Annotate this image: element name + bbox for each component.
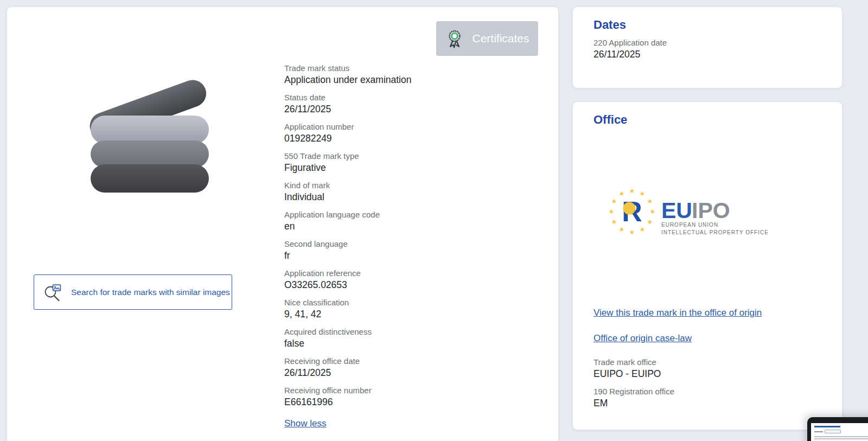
field-label: Acquired distinctiveness	[284, 327, 539, 337]
field-label: Trade mark status	[284, 63, 539, 74]
svg-text:IPO: IPO	[692, 198, 730, 223]
preview-language-row	[814, 430, 868, 433]
svg-text:★: ★	[647, 218, 653, 226]
field-value: false	[284, 337, 539, 350]
preview-title-bar	[814, 426, 840, 427]
field-acquired-distinctiveness: Acquired distinctiveness false	[284, 327, 539, 350]
field-application-number: Application number 019282249	[284, 122, 539, 145]
field-value: 019282249	[284, 132, 539, 145]
field-label: Second language	[284, 239, 539, 250]
field-value: Figurative	[284, 162, 539, 174]
svg-text:★: ★	[629, 228, 635, 236]
field-label: Trade mark office	[593, 357, 674, 368]
field-label: Status date	[284, 92, 539, 103]
certificates-button-label: Certificates	[472, 32, 529, 45]
svg-text:INTELLECTUAL PROPERTY OFFICE: INTELLECTUAL PROPERTY OFFICE	[661, 229, 769, 235]
svg-text:★: ★	[611, 218, 617, 226]
field-value: fr	[284, 250, 539, 262]
trademark-fields: Trade mark status Application under exam…	[284, 63, 539, 430]
field-application-date: 220 Application date 26/11/2025	[593, 37, 667, 61]
preview-text-line	[814, 436, 868, 437]
field-kind-of-mark: Kind of mark Individual	[284, 180, 539, 203]
field-value: O33265.02653	[284, 279, 539, 291]
field-trade-mark-status: Trade mark status Application under exam…	[284, 63, 539, 86]
preview-text-line	[814, 438, 868, 439]
image-search-icon	[43, 283, 63, 302]
document-preview-page	[811, 423, 868, 441]
search-similar-images-button[interactable]: Search for trade marks with similar imag…	[34, 274, 232, 310]
office-case-law-link[interactable]: Office of origin case-law	[593, 333, 692, 344]
field-receiving-office-date: Receiving office date 26/11/2025	[284, 356, 539, 379]
field-value: 26/11/2025	[284, 103, 539, 116]
field-label: Receiving office number	[284, 385, 539, 396]
field-registration-office: 190 Registration office EM	[593, 386, 674, 410]
office-of-origin-link[interactable]: View this trade mark in the office of or…	[593, 307, 762, 319]
dates-card: Dates 220 Application date 26/11/2025	[572, 7, 843, 88]
euipo-logo: ★★★ ★★★ ★★★ ★★★ R EU IPO EUROPEAN UNION …	[607, 188, 775, 238]
field-label: Application number	[284, 122, 539, 132]
field-nice-classification: Nice classification 9, 41, 42	[284, 297, 539, 321]
field-trade-mark-type: 550 Trade mark type Figurative	[284, 151, 539, 174]
field-receiving-office-number: Receiving office number E66161996	[284, 385, 539, 408]
field-second-language: Second language fr	[284, 239, 539, 262]
svg-text:★: ★	[647, 197, 653, 205]
field-value: EUIPO - EUIPO	[593, 368, 674, 380]
svg-text:★: ★	[609, 208, 615, 215]
field-label: Kind of mark	[284, 180, 539, 191]
field-value: 26/11/2025	[593, 48, 667, 61]
field-label: Receiving office date	[284, 356, 539, 367]
svg-text:★: ★	[611, 197, 617, 205]
ribbon-award-icon	[445, 29, 464, 48]
field-value: Application under examination	[284, 74, 539, 86]
svg-text:★: ★	[629, 188, 635, 195]
show-less-link[interactable]: Show less	[284, 418, 326, 430]
office-card: Office ★★★ ★★★ ★★★ ★★★ R EU IPO EUROPEAN…	[572, 101, 843, 430]
preview-language-label	[814, 431, 823, 432]
svg-text:EU: EU	[661, 198, 692, 223]
office-fields: Trade mark office EUIPO - EUIPO 190 Regi…	[593, 357, 674, 416]
field-label: Application reference	[284, 268, 539, 279]
field-application-reference: Application reference O33265.02653	[284, 268, 539, 291]
field-label: Nice classification	[284, 297, 539, 308]
field-label: 550 Trade mark type	[284, 151, 539, 162]
svg-text:★: ★	[650, 208, 656, 215]
field-value: 9, 41, 42	[284, 308, 539, 321]
field-value: E66161996	[284, 396, 539, 408]
field-label: 190 Registration office	[593, 386, 674, 397]
field-value: en	[284, 220, 539, 233]
document-preview-thumbnail[interactable]	[807, 417, 868, 441]
certificates-button[interactable]: Certificates	[436, 21, 538, 56]
field-value: EM	[593, 397, 674, 410]
field-trade-mark-office: Trade mark office EUIPO - EUIPO	[593, 357, 674, 380]
preview-language-select	[825, 430, 841, 433]
office-card-title: Office	[593, 113, 627, 127]
field-application-language: Application language code en	[284, 209, 539, 233]
field-value: 26/11/2025	[284, 367, 539, 379]
field-value: Individual	[284, 191, 539, 203]
field-label: 220 Application date	[593, 37, 667, 48]
dates-card-title: Dates	[593, 18, 626, 32]
field-status-date: Status date 26/11/2025	[284, 92, 539, 116]
search-similar-images-label: Search for trade marks with similar imag…	[71, 287, 230, 297]
field-label: Application language code	[284, 209, 539, 220]
trademark-detail-card: Certificates	[7, 7, 559, 441]
svg-text:EUROPEAN UNION: EUROPEAN UNION	[661, 222, 718, 228]
trademark-image[interactable]	[88, 70, 213, 195]
